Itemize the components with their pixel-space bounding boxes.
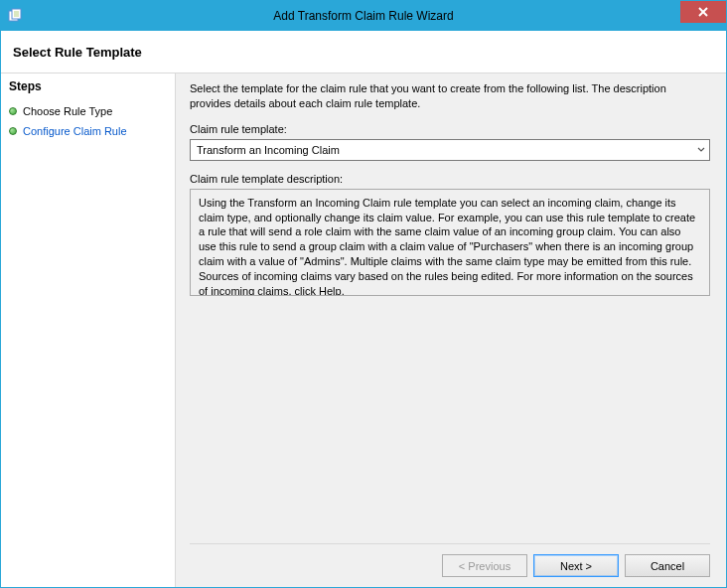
chevron-down-icon [697,145,705,155]
step-label: Configure Claim Rule [23,125,127,137]
next-button[interactable]: Next > [533,554,619,577]
body: Steps Choose Rule Type Configure Claim R… [1,73,726,587]
step-bullet-icon [9,127,17,135]
step-label: Choose Rule Type [23,105,112,117]
template-description-text: Using the Transform an Incoming Claim ru… [199,197,695,296]
template-description-box: Using the Transform an Incoming Claim ru… [190,189,710,296]
claim-rule-template-dropdown[interactable]: Transform an Incoming Claim [190,139,710,161]
page-header: Select Rule Template [1,31,726,73]
step-configure-claim-rule[interactable]: Configure Claim Rule [9,121,167,141]
main-panel: Select the template for the claim rule t… [176,74,726,587]
button-bar: < Previous Next > Cancel [190,543,710,577]
wizard-window: Add Transform Claim Rule Wizard Select R… [0,0,727,588]
steps-heading: Steps [9,79,167,97]
cancel-button[interactable]: Cancel [625,554,710,577]
window-title: Add Transform Claim Rule Wizard [1,9,726,23]
sidebar: Steps Choose Rule Type Configure Claim R… [1,74,176,587]
page-title: Select Rule Template [13,45,142,60]
description-field-label: Claim rule template description: [190,173,710,185]
titlebar: Add Transform Claim Rule Wizard [1,1,726,31]
instruction-text: Select the template for the claim rule t… [190,81,710,111]
step-bullet-icon [9,107,17,115]
close-button[interactable] [680,1,726,23]
previous-button: < Previous [442,554,527,577]
step-choose-rule-type[interactable]: Choose Rule Type [9,101,167,121]
close-icon [698,5,708,20]
template-field-label: Claim rule template: [190,123,710,135]
dropdown-selected-value: Transform an Incoming Claim [197,144,340,156]
